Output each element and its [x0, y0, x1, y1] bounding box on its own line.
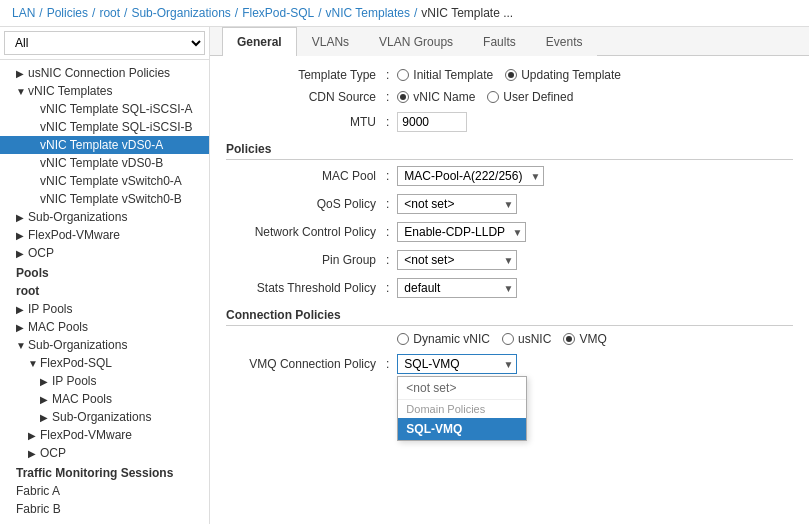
stats-threshold-row: Stats Threshold Policy : default ▼ [226, 278, 793, 298]
vmq-dropdown-menu: <not set> Domain Policies SQL-VMQ [397, 376, 527, 441]
radio-user-defined[interactable]: User Defined [487, 90, 573, 104]
sidebar-item-sub-orgs-2[interactable]: ▼ Sub-Organizations [0, 336, 209, 354]
radio-initial-template[interactable]: Initial Template [397, 68, 493, 82]
breadcrumb-sub-organizations[interactable]: Sub-Organizations [131, 6, 230, 20]
arrow-icon: ▶ [40, 376, 52, 387]
sidebar-item-label: Sub-Organizations [28, 338, 205, 352]
arrow-icon: ▶ [16, 322, 28, 333]
qos-policy-value: <not set> ▼ [397, 194, 517, 214]
sidebar-item-vnic-vswitch0-b[interactable]: vNIC Template vSwitch0-B [0, 190, 209, 208]
arrow-icon: ▶ [16, 68, 28, 79]
template-type-value: Initial Template Updating Template [397, 68, 621, 82]
arrow-icon: ▶ [40, 412, 52, 423]
sidebar-filter-select[interactable]: All [4, 31, 205, 55]
sidebar-item-sub-orgs-3[interactable]: ▶ Sub-Organizations [0, 408, 209, 426]
radio-circle-updating [505, 69, 517, 81]
mtu-row: MTU : [226, 112, 793, 132]
sidebar-item-mac-pools[interactable]: ▶ MAC Pools [0, 318, 209, 336]
mac-pool-dropdown: MAC-Pool-A(222/256) ▼ [397, 166, 544, 186]
radio-usnic[interactable]: usNIC [502, 332, 551, 346]
tab-general[interactable]: General [222, 27, 297, 56]
tab-vlan-groups[interactable]: VLAN Groups [364, 27, 468, 56]
network-control-value: Enable-CDP-LLDP ▼ [397, 222, 526, 242]
arrow-icon: ▶ [16, 248, 28, 259]
sidebar-item-label: Sub-Organizations [52, 410, 205, 424]
mtu-value [397, 112, 467, 132]
breadcrumb-vnic-templates[interactable]: vNIC Templates [326, 6, 410, 20]
qos-dropdown: <not set> ▼ [397, 194, 517, 214]
vmq-option-not-set[interactable]: <not set> [398, 377, 526, 399]
radio-vnic-name[interactable]: vNIC Name [397, 90, 475, 104]
sidebar-item-ocp-2[interactable]: ▶ OCP [0, 444, 209, 462]
mac-pool-row: MAC Pool : MAC-Pool-A(222/256) ▼ [226, 166, 793, 186]
radio-dynamic-vnic[interactable]: Dynamic vNIC [397, 332, 490, 346]
tab-vlans[interactable]: VLANs [297, 27, 364, 56]
pin-group-select[interactable]: <not set> [397, 250, 517, 270]
radio-circle-user [487, 91, 499, 103]
sidebar-item-label: vNIC Template vDS0-A [40, 138, 205, 152]
breadcrumb-policies[interactable]: Policies [47, 6, 88, 20]
sidebar-item-usnic-conn-policies[interactable]: ▶ usNIC Connection Policies [0, 64, 209, 82]
sidebar-item-label: Sub-Organizations [28, 210, 205, 224]
sidebar-item-fabric-b[interactable]: Fabric B [0, 500, 209, 518]
radio-circle-initial [397, 69, 409, 81]
tab-faults[interactable]: Faults [468, 27, 531, 56]
mac-pool-value: MAC-Pool-A(222/256) ▼ [397, 166, 544, 186]
sidebar-item-vnic-vds0-a[interactable]: vNIC Template vDS0-A [0, 136, 209, 154]
content-panel: Template Type : Initial Template Updatin… [210, 56, 809, 524]
template-type-label: Template Type [226, 68, 386, 82]
sidebar-item-label: usNIC Connection Policies [28, 66, 205, 80]
pin-group-value: <not set> ▼ [397, 250, 517, 270]
radio-circle-dynamic [397, 333, 409, 345]
sidebar-item-vnic-vds0-b[interactable]: vNIC Template vDS0-B [0, 154, 209, 172]
arrow-icon: ▶ [16, 212, 28, 223]
sidebar-item-ocp[interactable]: ▶ OCP [0, 244, 209, 262]
sidebar-section-pools: Pools [0, 262, 209, 282]
breadcrumb-flexpod-sql[interactable]: FlexPod-SQL [242, 6, 314, 20]
policies-header: Policies [226, 142, 793, 160]
network-control-label: Network Control Policy [226, 225, 386, 239]
radio-circle-vnic [397, 91, 409, 103]
sidebar-item-label: FlexPod-SQL [40, 356, 205, 370]
sidebar-item-fabric-a[interactable]: Fabric A [0, 482, 209, 500]
sidebar-item-label: vNIC Template SQL-iSCSI-B [40, 120, 205, 134]
qos-policy-label: QoS Policy [226, 197, 386, 211]
connection-policies-header: Connection Policies [226, 308, 793, 326]
sidebar-item-vnic-templates[interactable]: ▼ vNIC Templates [0, 82, 209, 100]
radio-label-user: User Defined [503, 90, 573, 104]
arrow-icon: ▼ [28, 358, 40, 369]
network-control-select[interactable]: Enable-CDP-LLDP [397, 222, 526, 242]
sidebar-item-sub-orgs[interactable]: ▶ Sub-Organizations [0, 208, 209, 226]
sidebar-item-vnic-sql-iscsi-a[interactable]: vNIC Template SQL-iSCSI-A [0, 100, 209, 118]
sidebar-item-vnic-sql-iscsi-b[interactable]: vNIC Template SQL-iSCSI-B [0, 118, 209, 136]
network-control-dropdown: Enable-CDP-LLDP ▼ [397, 222, 526, 242]
sidebar-filter: All [0, 27, 209, 60]
sidebar-item-flexpod-vmware-2[interactable]: ▶ FlexPod-VMware [0, 426, 209, 444]
cdn-source-row: CDN Source : vNIC Name User Defined [226, 90, 793, 104]
sidebar-item-flexpod-sql[interactable]: ▼ FlexPod-SQL [0, 354, 209, 372]
sidebar-item-mac-pools-2[interactable]: ▶ MAC Pools [0, 390, 209, 408]
breadcrumb: LAN / Policies / root / Sub-Organization… [0, 0, 809, 27]
qos-select[interactable]: <not set> [397, 194, 517, 214]
cdn-source-label: CDN Source [226, 90, 386, 104]
radio-updating-template[interactable]: Updating Template [505, 68, 621, 82]
breadcrumb-lan[interactable]: LAN [12, 6, 35, 20]
breadcrumb-root[interactable]: root [99, 6, 120, 20]
mac-pool-select[interactable]: MAC-Pool-A(222/256) [397, 166, 544, 186]
vmq-dropdown: SQL-VMQ ▼ [397, 354, 517, 374]
sidebar-item-vnic-vswitch0-a[interactable]: vNIC Template vSwitch0-A [0, 172, 209, 190]
mtu-input[interactable] [397, 112, 467, 132]
sidebar-item-flexpod-vmware[interactable]: ▶ FlexPod-VMware [0, 226, 209, 244]
tab-events[interactable]: Events [531, 27, 598, 56]
arrow-icon: ▼ [16, 86, 28, 97]
breadcrumb-vnic-template-current: vNIC Template ... [421, 6, 513, 20]
sidebar-item-label: Fabric A [16, 484, 205, 498]
sidebar-item-ip-pools[interactable]: ▶ IP Pools [0, 300, 209, 318]
stats-threshold-select[interactable]: default [397, 278, 517, 298]
radio-label-updating: Updating Template [521, 68, 621, 82]
sidebar-item-label: vNIC Templates [28, 84, 205, 98]
vmq-option-sql-vmq[interactable]: SQL-VMQ [398, 418, 526, 440]
vmq-select[interactable]: SQL-VMQ [397, 354, 517, 374]
radio-vmq[interactable]: VMQ [563, 332, 606, 346]
sidebar-item-ip-pools-2[interactable]: ▶ IP Pools [0, 372, 209, 390]
